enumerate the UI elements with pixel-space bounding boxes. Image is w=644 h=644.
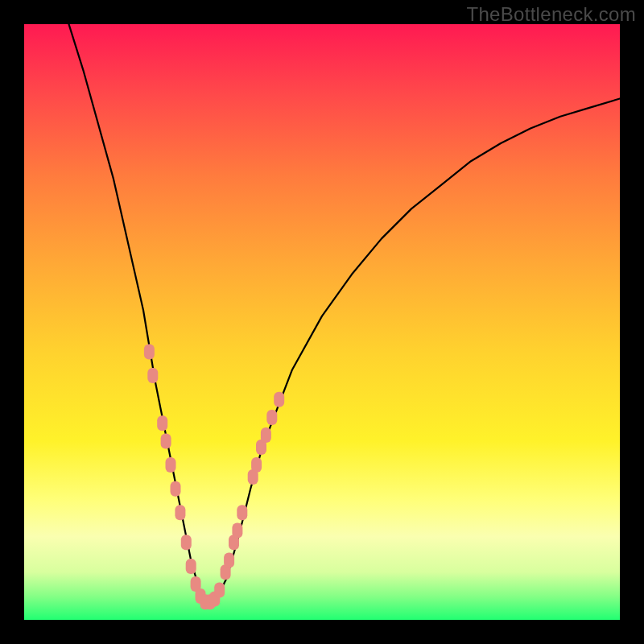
marker-point (237, 505, 247, 520)
chart-overlay (0, 0, 644, 644)
marker-point (171, 481, 181, 497)
marker-point (166, 457, 176, 473)
marker-point (224, 553, 234, 568)
marker-point (161, 434, 171, 449)
marker-point (175, 505, 185, 520)
marker-point (266, 410, 277, 425)
marker-point (186, 559, 196, 574)
bottleneck-curve (54, 0, 620, 602)
marker-point (181, 535, 192, 550)
marker-point (214, 583, 225, 598)
marker-cluster (144, 345, 284, 610)
marker-point (147, 368, 158, 383)
marker-point (157, 415, 167, 431)
marker-point (261, 427, 271, 443)
marker-point (232, 523, 242, 539)
marker-point (274, 392, 284, 407)
watermark-text: TheBottleneck.com (466, 3, 636, 26)
curve-path (54, 0, 620, 602)
marker-point (144, 345, 155, 360)
marker-point (251, 457, 262, 473)
